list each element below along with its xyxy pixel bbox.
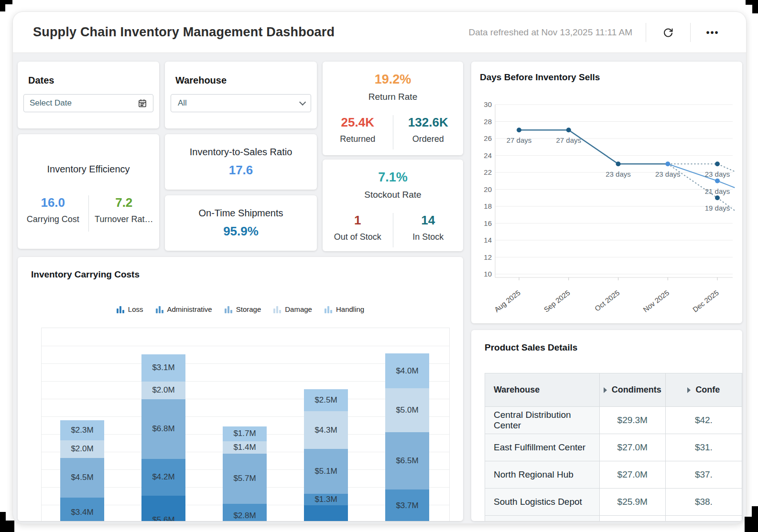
bar-segment-damage[interactable]: $5.0M xyxy=(385,388,429,432)
carrying-cost-value: 16.0 xyxy=(18,195,88,210)
bar-segment-storage[interactable]: $4.5M xyxy=(60,458,104,498)
return-rate-label: Return Rate xyxy=(323,92,463,102)
x-axis-label: Nov 2025 xyxy=(641,288,671,314)
column-header-condiments[interactable]: Condiments xyxy=(599,373,665,407)
bar-segment-damage[interactable]: $1.4M xyxy=(223,441,267,454)
y-axis-tick: 14 xyxy=(484,236,492,244)
condiments-cell: $27.0M xyxy=(599,461,665,489)
legend-item-administrative[interactable]: Administrative xyxy=(156,306,212,313)
bar-segment-storage[interactable]: $6.8M xyxy=(141,399,185,459)
turnover-rate-label: Turnover Rat… xyxy=(89,214,160,224)
condiments-cell: $29.3M xyxy=(599,407,665,434)
bar-segment-administrative[interactable]: $3.7M xyxy=(385,489,429,521)
in-stock-label: In Stock xyxy=(393,232,464,242)
bar-segment-label: $1.4M xyxy=(233,443,256,452)
warehouse-select[interactable]: All xyxy=(171,94,311,112)
bar-segment-label: $4.5M xyxy=(314,521,337,521)
data-point-dot[interactable] xyxy=(517,128,521,132)
data-point-dot[interactable] xyxy=(715,179,720,183)
screen: Supply Chain Inventory Management Dashbo… xyxy=(0,0,758,532)
stockout-rate-card: 7.1% Stockout Rate 1 Out of Stock 14 In … xyxy=(323,160,463,251)
legend-item-handling[interactable]: Handling xyxy=(325,306,364,313)
data-point-dot[interactable] xyxy=(665,161,670,166)
warehouse-cell: South Logistics Depot xyxy=(485,489,600,516)
confections-cell: $38. xyxy=(665,489,742,516)
more-options-button[interactable]: ••• xyxy=(704,24,721,41)
confections-cell: $42. xyxy=(665,407,742,434)
bar-segment-handling[interactable]: $4.0M xyxy=(385,353,429,389)
legend-item-loss[interactable]: Loss xyxy=(117,306,143,313)
bar-segment-administrative[interactable]: $4.2M xyxy=(141,459,185,496)
carrying-cost-label: Carrying Cost xyxy=(18,214,88,224)
table-row: North Regional Hub$27.0M$37. xyxy=(485,461,742,489)
legend-label: Damage xyxy=(285,306,312,313)
confections-cell xyxy=(665,516,742,521)
ellipsis-icon: ••• xyxy=(706,28,719,37)
x-axis-label: Aug 2025 xyxy=(493,288,522,314)
bar-segment-damage[interactable]: $4.3M xyxy=(304,411,348,449)
data-point-dot[interactable] xyxy=(566,128,571,132)
refresh-button[interactable] xyxy=(660,24,677,41)
bar-segment-loss[interactable]: $5.6M xyxy=(141,496,185,521)
bar-segment-storage[interactable]: $5.7M xyxy=(223,454,267,504)
date-picker[interactable] xyxy=(23,94,153,112)
calendar-icon[interactable] xyxy=(138,98,147,108)
legend-item-storage[interactable]: Storage xyxy=(225,306,261,313)
bar-segment-administrative[interactable]: $3.4M xyxy=(60,498,104,521)
mini-bar-chart-icon xyxy=(156,306,163,313)
data-point-label: 19 days xyxy=(705,204,730,212)
data-point-dot[interactable] xyxy=(715,195,720,200)
y-axis-tick: 16 xyxy=(484,219,492,227)
bar-segment-damage[interactable]: $2.0M xyxy=(141,382,185,399)
bar-segment-label: $6.8M xyxy=(152,424,174,434)
returned-value: 25.4K xyxy=(323,115,393,130)
condiments-cell xyxy=(599,516,665,521)
column-header-confections[interactable]: Confe xyxy=(665,373,742,407)
data-point-dot[interactable] xyxy=(616,161,621,166)
data-point-label: 27 days xyxy=(507,136,532,144)
bar-segment-damage[interactable]: $2.0M xyxy=(60,440,104,458)
carrying-costs-plot: $3.4M$4.5M$2.0M$2.3M$5.6M$4.2M$6.8M$2.0M… xyxy=(41,328,450,521)
ordered-label: Ordered xyxy=(393,134,464,144)
bar-segment-label: $3.1M xyxy=(152,363,174,372)
dashboard-container: Supply Chain Inventory Management Dashbo… xyxy=(12,11,747,524)
table-header-row: Warehouse Condiments Confe xyxy=(485,373,742,407)
legend-item-damage[interactable]: Damage xyxy=(273,306,312,313)
y-axis-tick: 10 xyxy=(484,270,492,278)
warehouse-cell: East Fulfillment Center xyxy=(485,434,600,461)
bar-segment-handling[interactable]: $1.7M xyxy=(223,426,267,441)
bar-segment-loss[interactable]: $4.5M xyxy=(304,505,348,521)
out-of-stock-label: Out of Stock xyxy=(323,232,393,242)
product-sales-details-card: Product Sales Details Warehouse Condimen… xyxy=(471,330,742,521)
bar-segment-handling[interactable]: $2.5M xyxy=(304,389,348,411)
bar-segment-storage[interactable]: $5.1M xyxy=(304,449,348,494)
date-input[interactable] xyxy=(30,98,138,108)
data-point-label: 21 days xyxy=(705,187,730,195)
bar-segment-storage[interactable]: $6.5M xyxy=(385,432,429,489)
bar-segment-administrative[interactable]: $2.8M xyxy=(223,504,267,521)
bar-segment-label: $2.5M xyxy=(314,395,337,405)
days-before-inventory-sells-card: Days Before Inventory Sells 302826242220… xyxy=(471,62,742,323)
bar-segment-handling[interactable]: $2.3M xyxy=(60,420,104,440)
data-point-label: 23 days xyxy=(655,170,681,178)
x-axis-label: Sep 2025 xyxy=(542,288,572,314)
bar-segment-administrative[interactable]: $1.3M xyxy=(304,494,348,505)
bar-segment-handling[interactable]: $3.1M xyxy=(141,354,185,382)
condiments-cell: $27.0M xyxy=(599,434,665,461)
bar-segment-label: $6.5M xyxy=(396,456,418,466)
table-row: Central Distribution Center$29.3M$42. xyxy=(485,407,742,434)
inventory-to-sales-value: 17.6 xyxy=(165,163,317,178)
bar-segment-label: $5.6M xyxy=(152,515,174,521)
table-row: East Fulfillment Center$27.0M$31. xyxy=(485,434,742,461)
product-sales-table: Warehouse Condiments Confe Central Distr… xyxy=(485,373,742,521)
condiments-cell: $25.9M xyxy=(599,489,665,516)
gridline xyxy=(42,346,449,346)
return-rate-card: 19.2% Return Rate 25.4K Returned 132.6K … xyxy=(323,62,463,155)
warehouse-selected-value: All xyxy=(178,98,187,108)
inventory-efficiency-title: Inventory Efficiency xyxy=(18,164,159,175)
refresh-icon xyxy=(662,27,674,38)
divider xyxy=(690,23,691,42)
data-point-dot[interactable] xyxy=(715,161,720,166)
bar-segment-label: $5.7M xyxy=(233,474,256,483)
column-header-warehouse[interactable]: Warehouse xyxy=(485,373,600,407)
